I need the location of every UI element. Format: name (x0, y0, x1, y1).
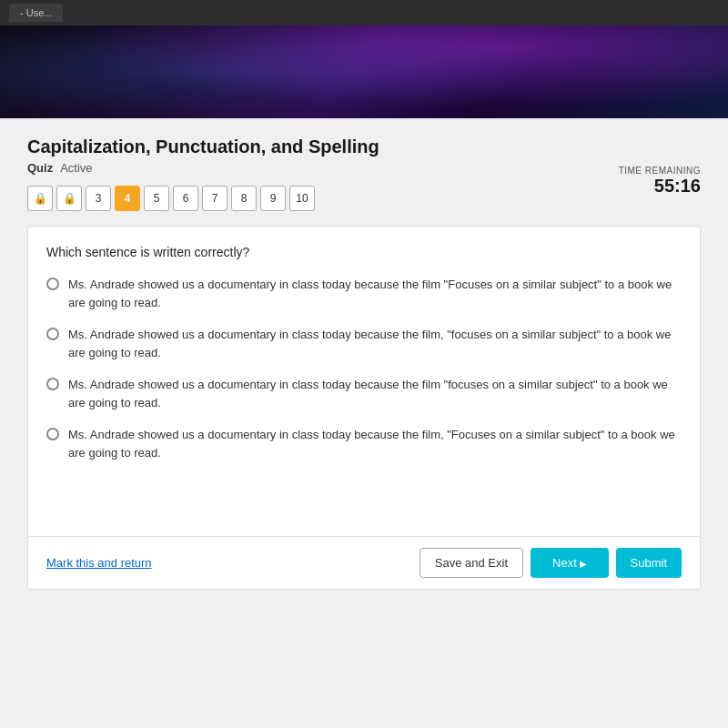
bottom-bar: Mark this and return Save and Exit Next … (28, 536, 700, 589)
nav-btn-9[interactable]: 9 (260, 186, 286, 211)
time-value: 55:16 (619, 176, 701, 197)
nav-btn-6[interactable]: 6 (173, 186, 198, 211)
next-button[interactable]: Next (531, 548, 609, 578)
answer-option-a[interactable]: Ms. Andrade showed us a documentary in c… (46, 276, 682, 311)
quiz-label: Quiz (27, 161, 53, 175)
nav-btn-8[interactable]: 8 (231, 186, 257, 211)
question-text: Which sentence is written correctly? (46, 245, 682, 259)
answer-text-d: Ms. Andrade showed us a documentary in c… (68, 426, 682, 461)
answer-option-d[interactable]: Ms. Andrade showed us a documentary in c… (46, 426, 682, 461)
nav-btn-7[interactable]: 7 (202, 186, 228, 211)
answer-text-c: Ms. Andrade showed us a documentary in c… (68, 376, 682, 411)
nav-btn-10[interactable]: 10 (289, 186, 315, 211)
answer-text-a: Ms. Andrade showed us a documentary in c… (68, 276, 682, 311)
nav-btn-3[interactable]: 3 (86, 186, 111, 211)
page-title: Capitalization, Punctuation, and Spellin… (27, 136, 379, 157)
radio-a[interactable] (46, 278, 59, 290)
nav-btn-1[interactable]: 🔒 (27, 186, 53, 211)
save-exit-button[interactable]: Save and Exit (420, 548, 523, 578)
radio-b[interactable] (46, 328, 59, 340)
time-remaining-block: TIME REMAINING 55:16 (619, 166, 701, 197)
time-label: TIME REMAINING (619, 166, 701, 176)
radio-d[interactable] (46, 428, 59, 440)
question-nav: 🔒 🔒 3 4 5 6 7 8 9 10 (27, 186, 379, 211)
radio-c[interactable] (46, 378, 59, 390)
mark-return-link[interactable]: Mark this and return (46, 556, 152, 570)
browser-tab[interactable]: - Use... (9, 4, 63, 22)
nav-btn-2[interactable]: 🔒 (56, 186, 82, 211)
quiz-card: Which sentence is written correctly? Ms.… (27, 226, 701, 590)
answer-option-b[interactable]: Ms. Andrade showed us a documentary in c… (46, 326, 682, 361)
nav-btn-4[interactable]: 4 (115, 186, 140, 211)
status-badge: Active (60, 161, 92, 175)
nav-btn-5[interactable]: 5 (144, 186, 169, 211)
answer-option-c[interactable]: Ms. Andrade showed us a documentary in c… (46, 376, 682, 411)
submit-button[interactable]: Submit (616, 548, 682, 578)
answer-text-b: Ms. Andrade showed us a documentary in c… (68, 326, 682, 361)
bottom-buttons: Save and Exit Next Submit (420, 548, 682, 578)
